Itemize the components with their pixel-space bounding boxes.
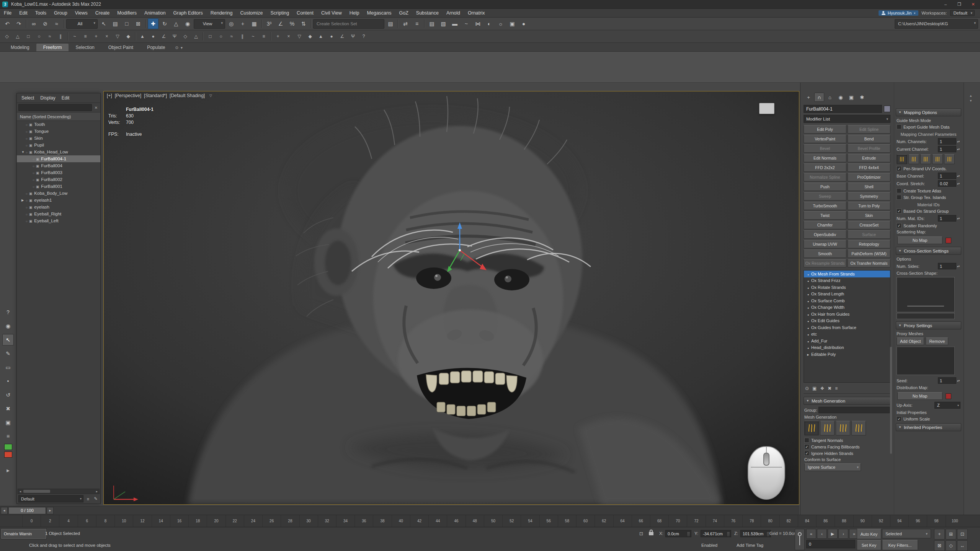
layer-list-icon[interactable]: ≡ xyxy=(2,430,14,442)
mapping-atlas-icon[interactable] xyxy=(944,154,955,164)
bridge-poly-icon[interactable]: ∥ xyxy=(56,31,65,41)
render-settings-hair-icon[interactable]: ○ xyxy=(216,31,226,41)
layer-settings-icon[interactable]: ≡ xyxy=(85,497,91,501)
clump-brush-icon[interactable]: ◆ xyxy=(123,31,133,41)
cross-section-preview[interactable] xyxy=(897,277,955,312)
modifier-toggle-icon[interactable] xyxy=(805,285,811,290)
workspace-dropdown[interactable]: Default xyxy=(950,10,975,16)
ground-strands-icon[interactable]: ~ xyxy=(248,31,258,41)
explorer-row[interactable]: Tongue xyxy=(17,128,100,135)
modifier-button[interactable]: Unwrap UVW xyxy=(804,240,846,248)
keyboard-shortcut-override-icon[interactable]: ▦ xyxy=(249,18,260,29)
percent-snap-icon[interactable]: % xyxy=(287,18,297,29)
mapping-uv-icon[interactable] xyxy=(897,154,907,164)
render-production-icon[interactable]: ● xyxy=(518,18,529,29)
object-name-field[interactable]: FurBall004-1 xyxy=(804,105,882,113)
modifier-stack-item[interactable]: Ox Surface Comb xyxy=(804,297,890,304)
base-channel-spinner[interactable]: 1▴▾ xyxy=(938,173,960,179)
seed-spinner[interactable]: 1▴▾ xyxy=(938,377,960,384)
set-keys-button[interactable] xyxy=(795,529,805,550)
hair-shading-icon[interactable]: ≈ xyxy=(227,31,237,41)
utilities-tab-icon[interactable]: ✱ xyxy=(857,93,867,102)
set-key-button[interactable]: Set Key xyxy=(857,540,881,550)
visibility-dot-icon[interactable] xyxy=(33,170,36,175)
align-icon[interactable]: ≡ xyxy=(412,18,422,29)
viewport-label[interactable]: [Standard*] xyxy=(144,93,167,98)
map-enable-swatch[interactable] xyxy=(946,238,951,243)
curve-editor-icon[interactable]: ~ xyxy=(461,18,472,29)
menu-item[interactable]: Animation xyxy=(140,9,170,17)
pan-icon[interactable]: ↔ xyxy=(957,540,968,551)
modifier-toggle-icon[interactable] xyxy=(805,278,811,283)
select-by-name-icon[interactable]: ▤ xyxy=(110,18,121,29)
viewport-label[interactable]: [+] xyxy=(107,93,112,98)
visibility-dot-icon[interactable] xyxy=(26,150,29,154)
search-input[interactable] xyxy=(18,104,92,111)
menu-item[interactable]: Civil View xyxy=(317,9,346,17)
ribbon-tab[interactable]: Freeform xyxy=(36,44,69,51)
separator[interactable] xyxy=(25,18,28,29)
separator[interactable] xyxy=(270,31,272,41)
explorer-row[interactable]: Pupil xyxy=(17,142,100,148)
menu-item[interactable]: Modifiers xyxy=(113,9,140,17)
show-end-result-icon[interactable]: ▣ xyxy=(812,386,817,391)
select-and-scale-icon[interactable]: △ xyxy=(171,18,181,29)
baked-hair-icon[interactable]: ∥ xyxy=(237,31,247,41)
dock-expand-icon[interactable]: ▶ xyxy=(7,468,10,473)
distribution-map-button[interactable]: No Map xyxy=(897,392,942,400)
explorer-row[interactable]: eyelash xyxy=(17,204,100,210)
proxy-settings-rollout-header[interactable]: Proxy Settings xyxy=(896,321,961,329)
modifier-button[interactable]: Edit Normals xyxy=(804,154,846,162)
scatter-randomly-checkbox[interactable]: Scatter Randomly xyxy=(897,223,960,228)
close-button[interactable]: ✕ xyxy=(966,0,980,8)
modifier-toggle-icon[interactable] xyxy=(805,352,811,357)
modifier-button[interactable]: Ox Transfer Normals xyxy=(848,259,890,267)
current-channel-spinner[interactable]: 1▴▾ xyxy=(938,146,960,152)
num-channels-spinner[interactable]: 1▴▾ xyxy=(938,138,960,145)
ribbon-tab[interactable]: Selection xyxy=(69,44,101,51)
field-of-view-icon[interactable]: ◇ xyxy=(946,540,956,551)
modifier-button[interactable]: Extrude xyxy=(848,154,890,162)
smooth-brush-icon[interactable]: ▽ xyxy=(113,31,122,41)
undo-icon[interactable]: ↶ xyxy=(2,18,13,29)
comb-brush-icon[interactable]: + xyxy=(91,31,101,41)
modifier-button[interactable]: CreaseSet xyxy=(848,221,890,229)
swift-loop-icon[interactable]: △ xyxy=(13,31,23,41)
use-pivot-point-icon[interactable]: ◎ xyxy=(226,18,237,29)
snaps-toggle-icon[interactable]: 3³ xyxy=(264,18,274,29)
up-axis-dropdown[interactable]: Z xyxy=(934,402,960,409)
surface-comb-icon[interactable]: ≡ xyxy=(259,31,269,41)
ornatrix-help-icon[interactable]: ? xyxy=(359,31,369,41)
select-cursor-icon[interactable]: ↖ xyxy=(2,334,14,346)
bevel-poly-icon[interactable]: ≈ xyxy=(45,31,55,41)
zoom-all-icon[interactable]: ⊞ xyxy=(946,529,956,540)
cylindrical-mesh-icon[interactable] xyxy=(836,421,850,435)
inherited-properties-rollout-header[interactable]: Inherited Properties xyxy=(896,423,961,431)
mirror-icon[interactable]: ⇄ xyxy=(400,18,411,29)
ribbon-tab[interactable]: Populate xyxy=(140,44,172,51)
explorer-menu-item[interactable]: Select xyxy=(19,95,36,101)
modifier-button[interactable]: Shell xyxy=(848,183,890,191)
time-slider[interactable]: ◄ 0 / 100 ► xyxy=(0,506,799,515)
rendered-frame-window-icon[interactable]: ▣ xyxy=(507,18,518,29)
brush-dot-icon[interactable]: • xyxy=(2,375,14,387)
strand-frizz-icon[interactable]: ∠ xyxy=(159,31,169,41)
select-and-manipulate-icon[interactable]: + xyxy=(237,18,248,29)
modifier-toggle-icon[interactable] xyxy=(805,325,811,330)
maximize-button[interactable]: ❒ xyxy=(952,0,966,8)
y-coordinate-field[interactable]: -34.671cm xyxy=(701,530,731,537)
create-tab-icon[interactable]: + xyxy=(804,93,813,102)
num-mat-ids-spinner[interactable]: 1▴▾ xyxy=(938,215,960,222)
modifier-button[interactable]: PathDeform (WSM) xyxy=(848,249,890,258)
explorer-row[interactable]: Skin xyxy=(17,135,100,142)
scroll-right-icon[interactable]: ► xyxy=(95,490,99,493)
modifier-stack-item[interactable]: Ox Mesh From Strands xyxy=(804,271,890,277)
modifier-button[interactable]: Edit Spline xyxy=(848,125,890,134)
selection-filter-dropdown[interactable]: All xyxy=(66,19,98,29)
toggle-ribbon-icon[interactable]: ▬ xyxy=(449,18,460,29)
edit-guides-icon[interactable]: ≡ xyxy=(80,31,90,41)
modifier-toggle-icon[interactable] xyxy=(805,312,811,316)
toolbar-spacer[interactable] xyxy=(530,18,894,29)
extrude-poly-icon[interactable]: ○ xyxy=(34,31,44,41)
separator[interactable] xyxy=(66,31,69,41)
